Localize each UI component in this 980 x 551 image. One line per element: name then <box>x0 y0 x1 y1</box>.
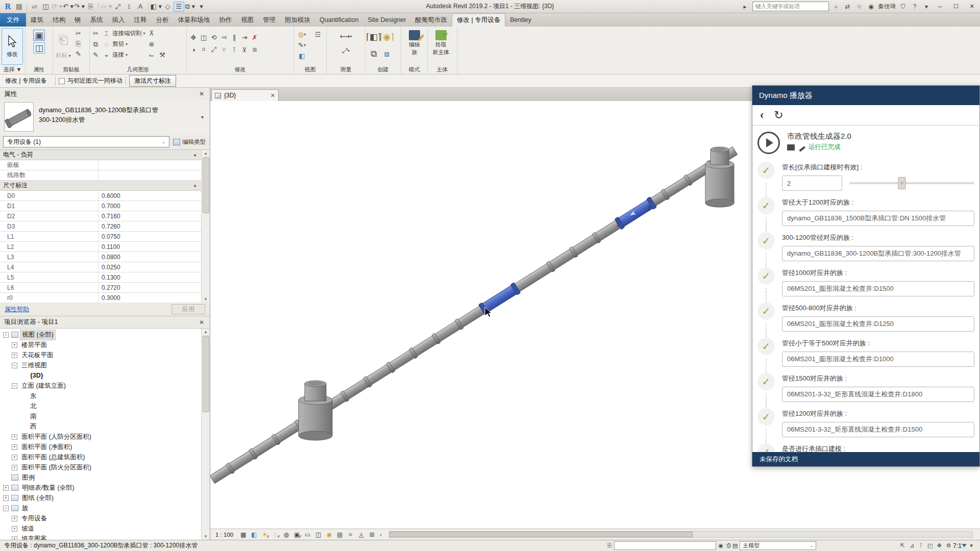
edit-inputs-icon[interactable] <box>787 144 795 151</box>
tree-expander-icon[interactable]: + <box>12 342 17 348</box>
tree-item-label[interactable]: 面积平面 (总建筑面积) <box>20 453 86 462</box>
tree-item-label[interactable]: 视图 (全部) <box>20 330 55 340</box>
collapse-view-bar-icon[interactable]: ‹ <box>378 532 384 538</box>
tree-expander-icon[interactable]: − <box>12 363 17 368</box>
tab-协作[interactable]: 协作 <box>214 13 236 27</box>
tree-expander-icon[interactable]: − <box>12 383 17 389</box>
copy-geometry-icon[interactable]: ⧉ <box>91 40 100 48</box>
tab-结构[interactable]: 结构 <box>48 13 70 27</box>
activate-dimensions-button[interactable]: 激活尺寸标注 <box>129 75 176 87</box>
param-row[interactable]: D30.7260 <box>0 221 201 232</box>
tree-expander-icon[interactable]: + <box>12 516 17 521</box>
cut-profile-icon[interactable]: ✂ <box>91 29 100 38</box>
tree-item[interactable]: 东 <box>0 391 201 401</box>
tree-item-label[interactable]: 专用设备 <box>20 514 48 523</box>
tree-item[interactable]: 图例 <box>0 472 201 483</box>
param-row[interactable]: D00.6000 <box>0 191 201 201</box>
beam-join-icon[interactable]: ⊼ <box>148 29 156 38</box>
param-row[interactable]: L20.1100 <box>0 242 201 252</box>
dynamo-family-input[interactable] <box>782 387 974 402</box>
select-links-icon[interactable]: ⇱ <box>898 542 907 550</box>
show-crop-icon[interactable]: ▭ <box>303 530 312 539</box>
tree-expander-icon[interactable]: + <box>12 444 17 450</box>
param-row[interactable]: D10.7000 <box>0 201 201 211</box>
select-pinned-icon[interactable]: ⊺ <box>916 542 925 550</box>
app-store-icon[interactable]: ⛉ <box>898 2 908 11</box>
view-tab-3d[interactable]: {3D} ✕ <box>211 89 279 101</box>
run-script-button[interactable] <box>757 132 780 154</box>
text-icon[interactable]: A <box>135 2 146 12</box>
tree-item-label[interactable]: 楼层平面 <box>20 340 48 350</box>
apply-button[interactable]: 应用 <box>172 304 205 314</box>
user-name[interactable]: 秦佳琦 <box>878 3 896 10</box>
tree-item[interactable]: 北 <box>0 401 201 411</box>
favorites-icon[interactable]: ☆ <box>855 2 864 11</box>
redo-icon[interactable]: ↷ ▾ <box>74 2 85 12</box>
tab-体量和场地[interactable]: 体量和场地 <box>174 13 215 27</box>
param-value[interactable]: 0.7000 <box>98 201 201 211</box>
edit-in-dynamo-icon[interactable] <box>798 144 805 151</box>
tree-expander-icon[interactable]: + <box>12 353 17 358</box>
tree-item-label[interactable]: {3D} <box>29 371 45 380</box>
tree-item[interactable]: +填充图案 <box>0 534 201 540</box>
move-icon[interactable]: ✥ <box>189 33 198 42</box>
tree-item-label[interactable]: 明细表/数量 (全部) <box>20 483 76 493</box>
tree-expander-icon[interactable]: + <box>3 495 9 501</box>
panel-label-modify[interactable]: 修改 <box>187 66 293 73</box>
param-value[interactable]: 0.1300 <box>98 272 201 282</box>
param-value[interactable]: 0.3000 <box>98 293 201 303</box>
view-tab-close-icon[interactable]: ✕ <box>271 92 275 99</box>
param-row[interactable]: D20.7160 <box>0 211 201 221</box>
match-type-icon[interactable]: ✎ <box>74 49 83 58</box>
print-icon[interactable]: ⎘ <box>85 2 96 12</box>
join-button[interactable]: ◒连接▾ <box>102 51 145 59</box>
tree-item-label[interactable]: 东 <box>29 391 38 401</box>
paste-label[interactable]: 粘贴 ▾ <box>56 52 70 59</box>
crop-view-icon[interactable]: ▣✗ <box>292 530 302 539</box>
tree-expander-icon[interactable]: + <box>12 434 17 440</box>
search-icon[interactable]: ⌕ <box>831 2 841 11</box>
tree-item[interactable]: {3D} <box>0 370 201 381</box>
param-row[interactable]: L40.0250 <box>0 262 201 272</box>
tree-item-label[interactable]: 面积平面 (防火分区面积) <box>20 463 93 472</box>
drag-elements-icon[interactable]: ✥ <box>935 542 944 550</box>
tab-注释[interactable]: 注释 <box>130 13 152 27</box>
create-assembly-icon[interactable]: ⧇ <box>381 48 393 60</box>
maximize-button[interactable]: ☐ <box>949 2 963 12</box>
paste-icon[interactable]: ⎗ <box>55 28 72 52</box>
tab-插入[interactable]: 插入 <box>108 13 130 27</box>
tree-item-label[interactable]: 立面 (建筑立面) <box>20 381 67 391</box>
tree-expander-icon[interactable]: + <box>12 455 17 460</box>
tree-item[interactable]: −族 <box>0 503 201 513</box>
sun-path-icon[interactable]: ☀✗ <box>260 530 270 539</box>
back-icon[interactable]: ‹ <box>760 110 764 121</box>
browser-scrollbar[interactable]: ▲ ▼ <box>201 329 210 540</box>
tree-item[interactable]: −立面 (建筑立面) <box>0 381 201 391</box>
paint-icon[interactable]: ✎ <box>91 51 100 59</box>
split-icon[interactable]: ⑂ <box>220 45 229 54</box>
tab-建筑[interactable]: 建筑 <box>26 13 48 27</box>
tree-expander-icon[interactable]: + <box>12 536 17 540</box>
tree-expander-icon[interactable]: − <box>3 506 9 511</box>
param-value[interactable]: 0.2720 <box>98 283 201 292</box>
create-parts-icon[interactable]: ⧉ <box>368 48 380 60</box>
tab-Site Designer[interactable]: Site Designer <box>363 13 410 27</box>
selection-box-icon[interactable]: ◧ <box>298 52 306 60</box>
category-selector[interactable]: 专用设备 (1) ⌄ <box>3 136 169 147</box>
param-value[interactable] <box>98 160 201 170</box>
infocenter-expand-icon[interactable]: ▸ <box>741 2 750 11</box>
param-row[interactable]: 嵌板 <box>0 160 201 170</box>
param-value[interactable]: 0.6000 <box>98 191 201 201</box>
properties-scrollbar[interactable]: ▲ ▼ <box>201 150 210 303</box>
tree-expander-icon[interactable]: + <box>12 465 17 470</box>
tree-item-label[interactable]: 天花板平面 <box>20 350 55 360</box>
scale-icon[interactable]: ⤢ <box>210 45 218 54</box>
tree-item[interactable]: +坡道 <box>0 523 201 534</box>
tree-item[interactable]: +面积平面 (净面积) <box>0 442 201 452</box>
render-icon[interactable]: ◍ <box>281 530 291 539</box>
tree-item-label[interactable]: 三维视图 <box>20 361 48 370</box>
worksets-icon[interactable]: ⎘ <box>605 542 614 550</box>
undo-icon[interactable]: ↶ ▾ <box>63 2 74 12</box>
aligned-dimension-icon[interactable]: ⤢ <box>113 2 124 12</box>
tab-bentley[interactable]: Bentley <box>505 13 536 27</box>
